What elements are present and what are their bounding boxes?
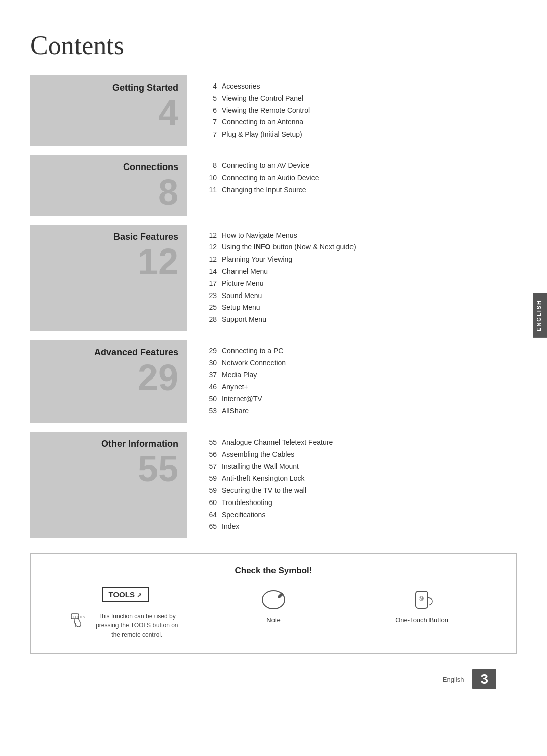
toc-item: 50Internet@TV: [203, 393, 517, 405]
toc-page-num: 28: [203, 314, 217, 326]
section-advanced-features: Advanced Features2929Connecting to a PC3…: [30, 340, 517, 423]
toc-page-num: 57: [203, 460, 217, 473]
toc-item-text: Using the INFO button (Now & Next guide): [222, 241, 356, 254]
toc-item-text: Troubleshooting: [222, 497, 272, 509]
toc-item-text: Securing the TV to the wall: [222, 485, 306, 497]
section-number-basic-features: 12: [138, 243, 178, 280]
toc-item: 59Anti-theft Kensington Lock: [203, 473, 517, 485]
tools-arrow: ↗: [137, 592, 142, 599]
toc-item: 14Channel Menu: [203, 266, 517, 278]
toc-item: 56Assembling the Cables: [203, 449, 517, 461]
toc-item: 37Media Play: [203, 369, 517, 382]
toc-page-num: 6: [203, 105, 217, 117]
toc-item-text: Accessories: [222, 80, 260, 93]
toc-page-num: 10: [203, 172, 217, 184]
toc-item: 28Support Menu: [203, 314, 517, 326]
tools-desc-row: TOOLS This function can be used by press…: [69, 612, 181, 639]
toc-item-text: Picture Menu: [222, 278, 263, 290]
toc-item-text: Anti-theft Kensington Lock: [222, 473, 304, 485]
toc-item: 55Analogue Channel Teletext Feature: [203, 437, 517, 449]
section-basic-features: Basic Features1212How to Navigate Menus1…: [30, 225, 517, 331]
toc-item-text: AllShare: [222, 405, 249, 417]
section-right-other-information: 55Analogue Channel Teletext Feature56Ass…: [187, 432, 517, 538]
toc-item: 12Using the INFO button (Now & Next guid…: [203, 241, 517, 254]
toc-page-num: 53: [203, 405, 217, 417]
toc-item-text: Connecting to a PC: [222, 345, 283, 357]
toc-item: 30Network Connection: [203, 357, 517, 369]
toc-item: 12How to Navigate Menus: [203, 230, 517, 242]
onetouch-symbol-item: Ⓜ One-Touch Button: [366, 587, 478, 624]
toc-page-num: 12: [203, 230, 217, 242]
side-tab: ENGLISH: [533, 293, 547, 338]
tools-label: TOOLS: [109, 590, 135, 599]
toc-item: 7Connecting to an Antenna: [203, 116, 517, 129]
toc-item: 57Installing the Wall Mount: [203, 460, 517, 473]
toc-page-num: 25: [203, 302, 217, 314]
footer-page-number: 3: [472, 669, 496, 689]
toc-page-num: 14: [203, 266, 217, 278]
footer-lang: English: [443, 676, 464, 683]
toc-page-num: 5: [203, 93, 217, 105]
toc-item-text: Assembling the Cables: [222, 449, 294, 461]
toc-item-text: Setup Menu: [222, 302, 260, 314]
toc-page-num: 59: [203, 485, 217, 497]
section-right-advanced-features: 29Connecting to a PC30Network Connection…: [187, 340, 517, 423]
section-right-getting-started: 4Accessories5Viewing the Control Panel6V…: [187, 75, 517, 146]
toc-page-num: 29: [203, 345, 217, 357]
check-symbol-title: Check the Symbol!: [51, 566, 496, 576]
toc-item-text: Viewing the Remote Control: [222, 105, 310, 117]
toc-item-text: How to Navigate Menus: [222, 230, 297, 242]
toc-item-text: Connecting to an AV Device: [222, 160, 309, 172]
toc-page-num: 59: [203, 473, 217, 485]
section-title-advanced-features: Advanced Features: [94, 347, 178, 358]
note-icon: [258, 587, 289, 612]
toc-item-text: Internet@TV: [222, 393, 262, 405]
section-number-getting-started: 4: [158, 95, 178, 131]
toc-item: 23Sound Menu: [203, 290, 517, 302]
section-left-connections: Connections8: [30, 155, 187, 216]
section-other-information: Other Information5555Analogue Channel Te…: [30, 432, 517, 538]
svg-text:TOOLS: TOOLS: [73, 615, 85, 619]
note-label: Note: [266, 616, 280, 624]
section-getting-started: Getting Started44Accessories5Viewing the…: [30, 75, 517, 146]
toc-item: 46Anynet+: [203, 381, 517, 393]
svg-text:Ⓜ: Ⓜ: [419, 596, 424, 601]
toc-page-num: 30: [203, 357, 217, 369]
toc-page-num: 7: [203, 129, 217, 141]
section-title-getting-started: Getting Started: [112, 82, 178, 94]
toc-item: 6Viewing the Remote Control: [203, 105, 517, 117]
toc-item-text: Channel Menu: [222, 266, 268, 278]
tools-icon-area: TOOLS ↗: [102, 587, 149, 605]
section-title-basic-features: Basic Features: [113, 232, 178, 243]
toc-item: 29Connecting to a PC: [203, 345, 517, 357]
toc-item-text: Support Menu: [222, 314, 266, 326]
toc-page-num: 4: [203, 80, 217, 93]
toc-item: 65Index: [203, 521, 517, 533]
toc-sections: Getting Started44Accessories5Viewing the…: [30, 75, 517, 538]
toc-item-text: Specifications: [222, 509, 265, 521]
symbol-row: TOOLS ↗ TOOLS This function can be used …: [51, 587, 496, 639]
section-number-advanced-features: 29: [138, 359, 178, 396]
toc-page-num: 17: [203, 278, 217, 290]
toc-item: 10Connecting to an Audio Device: [203, 172, 517, 184]
toc-item-text: Media Play: [222, 369, 257, 382]
toc-item: 8Connecting to an AV Device: [203, 160, 517, 172]
toc-page-num: 37: [203, 369, 217, 382]
note-symbol-item: Note: [218, 587, 329, 624]
section-left-getting-started: Getting Started4: [30, 75, 187, 146]
toc-item: 7Plug & Play (Initial Setup): [203, 129, 517, 141]
tools-symbol-item: TOOLS ↗ TOOLS This function can be used …: [69, 587, 181, 639]
toc-item: 5Viewing the Control Panel: [203, 93, 517, 105]
section-right-connections: 8Connecting to an AV Device10Connecting …: [187, 155, 517, 216]
toc-page-num: 55: [203, 437, 217, 449]
toc-page-num: 64: [203, 509, 217, 521]
toc-item: 53AllShare: [203, 405, 517, 417]
toc-item-text: Viewing the Control Panel: [222, 93, 303, 105]
toc-item: 11Changing the Input Source: [203, 184, 517, 196]
toc-item: 4Accessories: [203, 80, 517, 93]
toc-item: 64Specifications: [203, 509, 517, 521]
section-connections: Connections88Connecting to an AV Device1…: [30, 155, 517, 216]
note-icon-area: [258, 587, 289, 612]
toc-item-text: Network Connection: [222, 357, 286, 369]
toc-item-text: Analogue Channel Teletext Feature: [222, 437, 333, 449]
